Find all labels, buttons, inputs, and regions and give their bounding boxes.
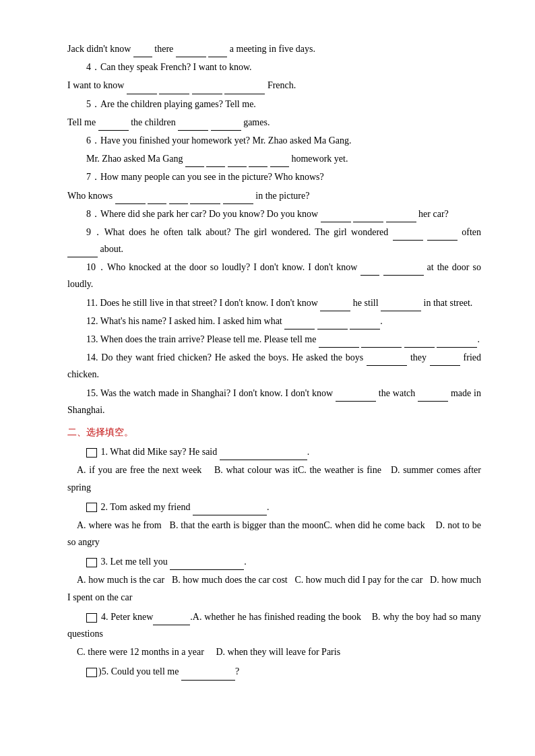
- blank-8a: [321, 213, 351, 222]
- line-q9: 9．What does he often talk about? The gir…: [67, 224, 481, 257]
- main-content: Jack didn't know there a meeting in five…: [67, 40, 481, 681]
- choice-q2-options: A. where was he from B. that the earth i…: [67, 517, 481, 550]
- section2-title: 二、选择填空。: [67, 424, 481, 441]
- blank-4b: [159, 85, 189, 94]
- line-q15: 15. Was the watch made in Shanghai? I do…: [67, 385, 481, 418]
- line-q13: 13. When does the train arrive? Please t…: [67, 331, 481, 348]
- line-q14: 14. Do they want fried chicken? He asked…: [67, 349, 481, 383]
- blank-13d: [437, 338, 477, 348]
- line-q7: 7．How many people can you see in the pic…: [67, 168, 481, 185]
- blank-3: [208, 48, 227, 57]
- blank-14b: [430, 356, 460, 366]
- blank-4a: [127, 85, 157, 94]
- blank-5a: [98, 121, 129, 131]
- line-jack: Jack didn't know there a meeting in five…: [67, 40, 481, 57]
- blank-11b: [381, 302, 421, 311]
- blank-6b: [206, 158, 225, 167]
- blank-7c: [169, 195, 188, 204]
- blank-4d: [224, 85, 265, 94]
- line-q11: 11. Does he still live in that street? I…: [67, 294, 481, 311]
- blank-15a: [336, 392, 376, 402]
- choice-paren-4: [86, 613, 97, 623]
- blank-15b: [418, 392, 448, 402]
- blank-6a: [185, 158, 204, 167]
- blank-12b: [317, 320, 348, 329]
- line-q4: 4．Can they speak French? I want to know.: [67, 59, 481, 75]
- choice-q4-options: C. there were 12 months in a year D. whe…: [67, 643, 481, 660]
- blank-9b: [427, 231, 458, 241]
- blank-c5: [181, 671, 235, 681]
- blank-12a: [284, 320, 315, 329]
- blank-5c: [211, 121, 241, 131]
- blank-7d: [190, 195, 220, 204]
- choice-paren-2: [86, 503, 97, 512]
- line-q6-ans: Mr. Zhao asked Ma Gang homework yet.: [67, 150, 481, 167]
- blank-2: [176, 48, 206, 57]
- blank-1: [133, 48, 152, 57]
- blank-13b: [361, 338, 402, 348]
- choice-paren-5: [86, 668, 97, 677]
- line-q4-ans: I want to know French.: [67, 77, 481, 94]
- line-q7-ans: Who knows in the picture?: [67, 187, 481, 204]
- blank-12c: [350, 320, 380, 329]
- blank-7a: [115, 195, 146, 204]
- blank-4c: [192, 85, 222, 94]
- line-q12: 12. What's his name? I asked him. I aske…: [67, 313, 481, 329]
- line-q5-ans: Tell me the children games.: [67, 114, 481, 131]
- line-q5: 5．Are the children playing games? Tell m…: [67, 96, 481, 113]
- line-q8: 8．Where did she park her car? Do you kno…: [67, 206, 481, 222]
- blank-6e: [270, 158, 289, 167]
- blank-10b: [383, 266, 424, 276]
- choice-q1: 1. What did Mike say? He said .: [67, 443, 481, 460]
- blank-7b: [148, 195, 166, 204]
- choice-paren-1: [86, 448, 97, 458]
- choice-q3-options: A. how much is the car B. how much does …: [67, 571, 481, 605]
- blank-8b: [353, 213, 383, 222]
- blank-6d: [249, 158, 268, 167]
- blank-13c: [404, 338, 435, 348]
- blank-13a: [319, 338, 359, 348]
- blank-5b: [178, 121, 208, 131]
- blank-8c: [386, 213, 416, 222]
- blank-9c: [67, 248, 98, 257]
- blank-11a: [320, 302, 350, 311]
- choice-q2: 2. Tom asked my friend .: [67, 499, 481, 515]
- blank-7e: [223, 195, 253, 204]
- blank-9a: [393, 231, 423, 241]
- blank-c3: [170, 561, 244, 570]
- blank-14a: [367, 356, 407, 366]
- choice-q4: 4. Peter knew.A. whether he has finished…: [67, 608, 481, 642]
- choice-paren-3: [86, 558, 97, 567]
- choice-q1-options: A. if you are free the next week B. what…: [67, 462, 481, 495]
- line-q6: 6．Have you finished your homework yet? M…: [67, 132, 481, 149]
- choice-q3: 3. Let me tell you .: [67, 553, 481, 570]
- blank-6c: [228, 158, 247, 167]
- line-q10: 10．Who knocked at the door so loudly? I …: [67, 259, 481, 292]
- choice-q5: )5. Could you tell me ?: [67, 663, 481, 680]
- blank-c2: [193, 506, 267, 515]
- blank-10a: [360, 266, 379, 276]
- blank-c1: [220, 451, 307, 460]
- blank-c4: [153, 616, 190, 625]
